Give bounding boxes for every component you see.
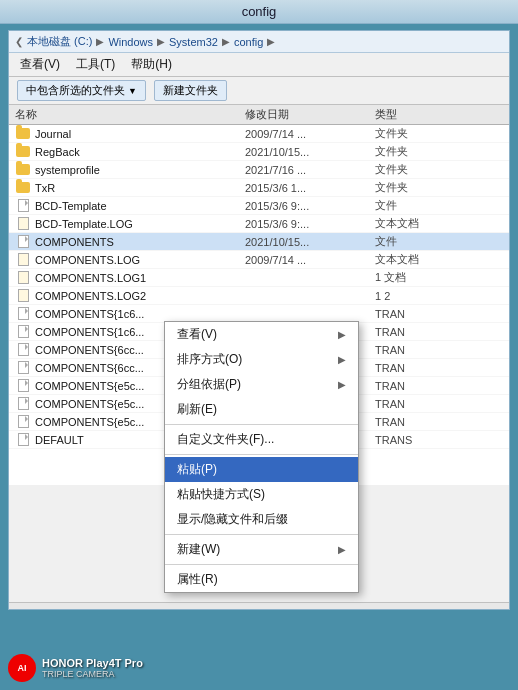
file-date: 2021/7/16 ... bbox=[245, 164, 375, 176]
column-headers: 名称 修改日期 类型 bbox=[9, 105, 509, 125]
toolbar: 中包含所选的文件夹 ▼ 新建文件夹 bbox=[9, 77, 509, 105]
file-type: TRAN bbox=[375, 398, 455, 410]
file-name: TxR bbox=[35, 182, 245, 194]
context-menu-item[interactable]: 粘贴快捷方式(S) bbox=[165, 482, 358, 507]
context-menu-item[interactable]: 查看(V)▶ bbox=[165, 322, 358, 347]
table-row[interactable]: COMPONENTS.LOG 2009/7/14 ... 文本文档 bbox=[9, 251, 509, 269]
col-header-date[interactable]: 修改日期 bbox=[245, 107, 375, 122]
file-date: 2021/10/15... bbox=[245, 146, 375, 158]
file-type: 文本文档 bbox=[375, 216, 455, 231]
table-row[interactable]: Journal 2009/7/14 ... 文件夹 bbox=[9, 125, 509, 143]
file-icon bbox=[18, 397, 29, 410]
context-menu-item[interactable]: 属性(R) bbox=[165, 567, 358, 592]
file-icon bbox=[18, 199, 29, 212]
addr-arrow-4: ▶ bbox=[267, 36, 275, 47]
file-icon-container bbox=[15, 163, 31, 177]
context-menu-item[interactable]: 刷新(E) bbox=[165, 397, 358, 422]
title-bar: config bbox=[0, 0, 518, 24]
include-selected-btn[interactable]: 中包含所选的文件夹 ▼ bbox=[17, 80, 146, 101]
file-type: TRAN bbox=[375, 416, 455, 428]
file-icon-container bbox=[15, 415, 31, 429]
file-icon-container bbox=[15, 397, 31, 411]
file-type: TRAN bbox=[375, 362, 455, 374]
file-icon bbox=[18, 235, 29, 248]
context-menu-separator bbox=[165, 534, 358, 535]
context-menu-item[interactable]: 排序方式(O)▶ bbox=[165, 347, 358, 372]
new-folder-btn[interactable]: 新建文件夹 bbox=[154, 80, 227, 101]
address-segment-system32[interactable]: System32 bbox=[169, 36, 218, 48]
file-icon-container bbox=[15, 379, 31, 393]
file-name: BCD-Template bbox=[35, 200, 245, 212]
table-row[interactable]: BCD-Template 2015/3/6 9:... 文件 bbox=[9, 197, 509, 215]
file-icon-container bbox=[15, 235, 31, 249]
file-date: 2009/7/14 ... bbox=[245, 254, 375, 266]
window-title: config bbox=[242, 4, 277, 19]
file-date: 2021/10/15... bbox=[245, 236, 375, 248]
addr-arrow-1: ▶ bbox=[96, 36, 104, 47]
file-name: COMPONENTS.LOG1 bbox=[35, 272, 245, 284]
context-menu-label: 自定义文件夹(F)... bbox=[177, 431, 274, 448]
file-name: COMPONENTS bbox=[35, 236, 245, 248]
log-icon bbox=[18, 271, 29, 284]
file-type: 文件 bbox=[375, 234, 455, 249]
brand-logo: AI bbox=[8, 654, 36, 682]
context-menu-item[interactable]: 显示/隐藏文件和后缀 bbox=[165, 507, 358, 532]
table-row[interactable]: BCD-Template.LOG 2015/3/6 9:... 文本文档 bbox=[9, 215, 509, 233]
address-bar: ❮ 本地磁盘 (C:) ▶ Windows ▶ System32 ▶ confi… bbox=[9, 31, 509, 53]
context-menu-label: 显示/隐藏文件和后缀 bbox=[177, 511, 288, 528]
context-menu-item[interactable]: 新建(W)▶ bbox=[165, 537, 358, 562]
file-icon bbox=[18, 415, 29, 428]
menu-help[interactable]: 帮助(H) bbox=[128, 55, 175, 74]
context-menu-item[interactable]: 粘贴(P) bbox=[165, 457, 358, 482]
file-type: 文件夹 bbox=[375, 162, 455, 177]
file-icon bbox=[18, 343, 29, 356]
file-type: 文件夹 bbox=[375, 126, 455, 141]
file-type: 1 2 bbox=[375, 290, 455, 302]
log-icon bbox=[18, 289, 29, 302]
table-row[interactable]: RegBack 2021/10/15... 文件夹 bbox=[9, 143, 509, 161]
table-row[interactable]: COMPONENTS.LOG2 1 2 bbox=[9, 287, 509, 305]
chevron-down-icon: ▼ bbox=[128, 86, 137, 96]
back-arrow[interactable]: ❮ bbox=[15, 36, 23, 47]
folder-icon bbox=[16, 164, 30, 175]
folder-icon bbox=[16, 182, 30, 193]
table-row[interactable]: COMPONENTS.LOG1 1 文档 bbox=[9, 269, 509, 287]
file-date: 2015/3/6 1... bbox=[245, 182, 375, 194]
file-icon-container bbox=[15, 325, 31, 339]
file-icon bbox=[18, 433, 29, 446]
file-icon bbox=[18, 361, 29, 374]
context-menu-separator bbox=[165, 564, 358, 565]
camera-brand: AI HONOR Play4T Pro TRIPLE CAMERA bbox=[8, 654, 143, 682]
file-name: COMPONENTS.LOG2 bbox=[35, 290, 245, 302]
address-segment-config[interactable]: config bbox=[234, 36, 263, 48]
context-menu-separator bbox=[165, 424, 358, 425]
brand-name: HONOR Play4T Pro bbox=[42, 657, 143, 669]
context-menu-label: 属性(R) bbox=[177, 571, 218, 588]
table-row[interactable]: TxR 2015/3/6 1... 文件夹 bbox=[9, 179, 509, 197]
context-menu: 查看(V)▶排序方式(O)▶分组依据(P)▶刷新(E)自定义文件夹(F)...粘… bbox=[164, 321, 359, 593]
table-row[interactable]: systemprofile 2021/7/16 ... 文件夹 bbox=[9, 161, 509, 179]
brand-sub: TRIPLE CAMERA bbox=[42, 669, 143, 679]
context-menu-label: 排序方式(O) bbox=[177, 351, 242, 368]
menu-view[interactable]: 查看(V) bbox=[17, 55, 63, 74]
col-header-name[interactable]: 名称 bbox=[15, 107, 245, 122]
folder-icon bbox=[16, 146, 30, 157]
submenu-arrow-icon: ▶ bbox=[338, 544, 346, 555]
context-menu-item[interactable]: 分组依据(P)▶ bbox=[165, 372, 358, 397]
col-header-type[interactable]: 类型 bbox=[375, 107, 455, 122]
table-row[interactable]: COMPONENTS 2021/10/15... 文件 bbox=[9, 233, 509, 251]
address-segment-c[interactable]: 本地磁盘 (C:) bbox=[27, 34, 92, 49]
file-icon-container bbox=[15, 433, 31, 447]
file-name: COMPONENTS{1c6... bbox=[35, 308, 245, 320]
address-segment-windows[interactable]: Windows bbox=[108, 36, 153, 48]
submenu-arrow-icon: ▶ bbox=[338, 379, 346, 390]
menu-tools[interactable]: 工具(T) bbox=[73, 55, 118, 74]
file-type: 文件 bbox=[375, 198, 455, 213]
context-menu-separator bbox=[165, 454, 358, 455]
context-menu-item[interactable]: 自定义文件夹(F)... bbox=[165, 427, 358, 452]
menu-bar: 查看(V) 工具(T) 帮助(H) bbox=[9, 53, 509, 77]
context-menu-label: 分组依据(P) bbox=[177, 376, 241, 393]
submenu-arrow-icon: ▶ bbox=[338, 329, 346, 340]
file-icon bbox=[18, 379, 29, 392]
explorer-window: ❮ 本地磁盘 (C:) ▶ Windows ▶ System32 ▶ confi… bbox=[8, 30, 510, 610]
